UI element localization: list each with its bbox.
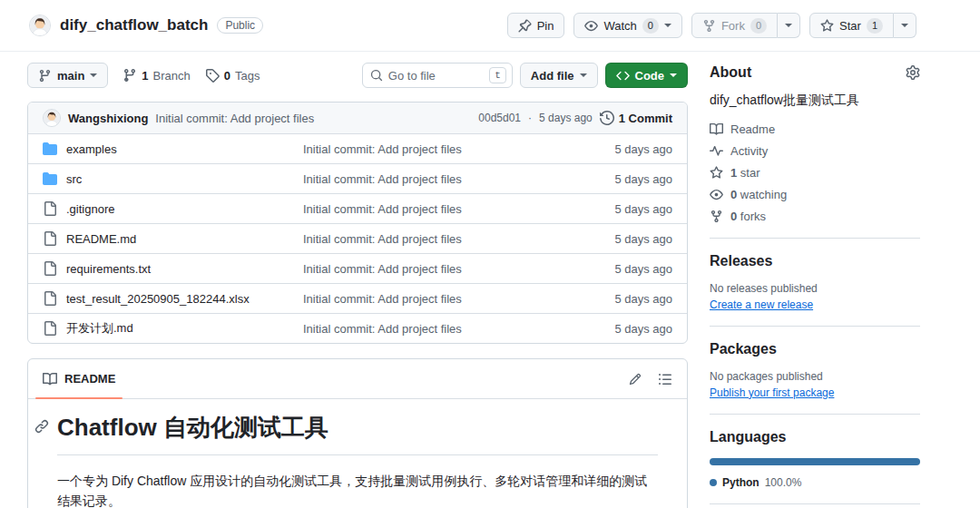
language-color-dot [710,479,717,486]
branch-controls: main 1 Branch 0 Tags [27,63,260,88]
releases-empty-text: No releases published [710,282,920,295]
file-commit-message[interactable]: Initial commit: Add project files [303,322,573,336]
branch-selector[interactable]: main [27,63,108,88]
file-commit-message[interactable]: Initial commit: Add project files [303,202,573,216]
table-row: .gitignore Initial commit: Add project f… [28,193,687,223]
chevron-down-icon [670,73,677,77]
releases-title: Releases [710,253,772,269]
code-label: Code [635,69,665,83]
branch-toolbar: main 1 Branch 0 Tags Go to file [27,63,688,88]
code-button[interactable]: Code [605,63,689,88]
readme-tools [629,372,672,386]
watch-label: Watch [603,19,636,33]
repo-identity: dify_chatflow_batch Public [29,15,263,36]
table-row: requirements.txt Initial commit: Add pro… [28,253,687,283]
star-dropdown-button[interactable] [894,13,916,38]
workflows-section: Suggested workflows Based on your tech s… [710,504,920,508]
file-name-link[interactable]: README.md [66,232,136,246]
tag-count-label: Tags [235,69,260,83]
tab-readme[interactable]: README [28,359,130,398]
file-commit-age[interactable]: 5 days ago [573,142,672,156]
commit-sha[interactable]: 00d5d01 [478,112,521,124]
chevron-down-icon [580,73,587,77]
book-icon [43,372,57,386]
star-label: Star [839,19,861,33]
about-title: About [710,64,751,81]
sidebar-item-stars[interactable]: 1 star [710,166,920,180]
search-placeholder: Go to file [388,69,484,83]
owner-avatar[interactable] [29,15,51,36]
language-item-python[interactable]: Python 100.0% [710,476,920,489]
latest-commit-bar: Wangshixiong Initial commit: Add project… [28,103,687,133]
fork-button-group: Fork 0 [691,13,800,38]
language-bar[interactable] [710,458,920,465]
file-actions: Go to file t Add file Code [362,63,688,88]
fork-count: 0 [750,18,767,34]
anchor-link-icon[interactable] [34,419,49,434]
file-name-link[interactable]: requirements.txt [66,262,151,276]
file-name-link[interactable]: 开发计划.md [66,320,133,337]
file-commit-message[interactable]: Initial commit: Add project files [303,292,573,306]
file-commit-age[interactable]: 5 days ago [573,232,672,246]
readme-intro: 一个专为 Dify Chatflow 应用设计的自动化测试工具，支持批量测试用例… [57,472,658,508]
visibility-badge: Public [217,17,263,34]
commit-meta[interactable]: 00d5d01 · 5 days ago [478,112,592,124]
publish-package-link[interactable]: Publish your first package [710,386,834,399]
file-name-link[interactable]: test_result_20250905_182244.xlsx [66,292,250,306]
commit-message[interactable]: Initial commit: Add project files [155,112,471,125]
file-commit-age[interactable]: 5 days ago [573,202,672,216]
readme-header: README [28,359,687,399]
file-commit-age[interactable]: 5 days ago [573,262,672,276]
fork-button[interactable]: Fork 0 [691,13,778,38]
packages-section: Packages No packages published Publish y… [710,327,920,415]
repo-name[interactable]: dify_chatflow_batch [60,16,208,34]
file-commit-message[interactable]: Initial commit: Add project files [303,262,573,276]
sidebar-item-forks[interactable]: 0 forks [710,210,920,223]
go-to-file-input[interactable]: Go to file t [362,63,513,88]
file-commit-message[interactable]: Initial commit: Add project files [303,172,573,186]
repo-description: dify_chatflow批量测试工具 [710,92,920,110]
sidebar-item-activity[interactable]: Activity [710,144,920,158]
file-name-link[interactable]: .gitignore [66,202,114,216]
commit-author-avatar[interactable] [43,109,61,127]
commit-author[interactable]: Wangshixiong [68,112,148,125]
file-tree-table: Wangshixiong Initial commit: Add project… [27,102,688,344]
fork-dropdown-button[interactable] [778,13,800,38]
watch-button[interactable]: Watch 0 [573,13,681,38]
git-branch-icon [122,68,137,83]
gear-icon[interactable] [906,65,920,80]
chevron-down-icon [90,73,97,77]
repo-actions: Pin Watch 0 Fork 0 Star 1 [507,13,916,38]
language-percent: 100.0% [765,476,802,489]
file-commit-age[interactable]: 5 days ago [573,172,672,186]
star-icon [710,166,723,180]
file-commit-message[interactable]: Initial commit: Add project files [303,142,573,156]
table-row: test_result_20250905_182244.xlsx Initial… [28,283,687,313]
pin-label: Pin [537,19,554,33]
file-name-link[interactable]: examples [66,142,117,156]
eye-icon [584,19,598,33]
commit-history-link[interactable]: 1 Commit [600,111,672,125]
tags-link[interactable]: 0 Tags [205,68,260,83]
add-file-button[interactable]: Add file [520,63,598,88]
sidebar-item-watching[interactable]: 0 watching [710,188,920,201]
about-links: Readme Activity 1 star 0 watching 0 fork… [710,122,920,223]
star-button[interactable]: Star 1 [809,13,894,38]
file-name-link[interactable]: src [66,172,82,186]
repo-header: dify_chatflow_batch Public Pin Watch 0 F… [0,0,980,52]
packages-title: Packages [710,341,777,357]
repo-sidebar: About dify_chatflow批量测试工具 Readme Activit… [710,52,920,508]
create-release-link[interactable]: Create a new release [710,298,813,311]
releases-section: Releases No releases published Create a … [710,239,920,327]
branches-link[interactable]: 1 Branch [122,68,190,83]
pin-button[interactable]: Pin [507,13,565,38]
outline-list-icon[interactable] [658,372,672,386]
sidebar-item-readme[interactable]: Readme [710,122,920,136]
file-commit-message[interactable]: Initial commit: Add project files [303,232,573,246]
pencil-icon[interactable] [629,373,642,386]
languages-title: Languages [710,429,786,444]
file-commit-age[interactable]: 5 days ago [573,292,672,306]
watch-count: 0 [642,18,659,34]
file-icon [43,321,57,336]
file-commit-age[interactable]: 5 days ago [573,322,672,336]
